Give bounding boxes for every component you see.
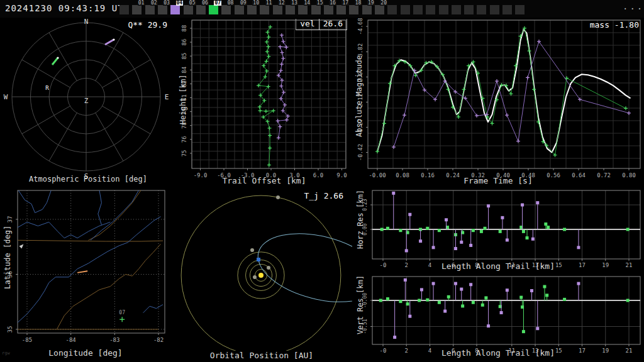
station-indicator-10[interactable]: 10 — [247, 5, 257, 14]
station-indicator[interactable] — [477, 5, 486, 14]
svg-text:W: W — [4, 93, 8, 101]
station-indicator-01[interactable]: 01 — [132, 5, 142, 14]
station-indicator[interactable] — [413, 5, 423, 14]
station-indicator-label: 01 — [138, 1, 145, 6]
station-indicator-13[interactable]: 13 — [286, 5, 295, 14]
orbital-title: Orbital Position [AU] — [171, 351, 352, 360]
orbital-plot — [171, 189, 352, 362]
trail-offset-plot: -9.0-6.0-3.00.03.06.09.08886858482817978… — [176, 18, 352, 189]
station-indicator-label: 04 — [176, 1, 184, 6]
station-indicator-09[interactable]: 09 — [235, 5, 244, 14]
station-indicator-label: 12 — [278, 1, 286, 6]
station-indicator-19[interactable]: 19 — [362, 5, 372, 14]
ground-map-plot: -85-84-83-8237363507 — [0, 189, 171, 362]
q-star-stat: Q**​ 29.9 — [128, 20, 167, 30]
meteor-dashboard: 20241230 09:43:19 UTC 010203040506070809… — [0, 0, 644, 362]
station-indicator-label: 19 — [367, 1, 375, 6]
station-indicator-label: 11 — [265, 1, 273, 6]
mass-stat: mass -1.80 — [590, 20, 639, 30]
station-indicator-label: 02 — [150, 1, 158, 6]
svg-text:-4.68: -4.68 — [357, 18, 364, 35]
svg-text:-83: -83 — [109, 337, 119, 343]
trail-ylabel: Height [km] — [179, 75, 187, 124]
station-indicator[interactable] — [464, 5, 474, 14]
top-status-bar: 20241230 09:43:19 UTC 010203040506070809… — [0, 0, 644, 18]
panel-orbital-position: T_j 2.66 Orbital Position [AU] — [171, 189, 352, 362]
station-indicator-08[interactable]: 08 — [221, 5, 231, 14]
panel-residuals: -024681113151719210.230.00-0246811131517… — [352, 189, 644, 362]
station-indicator-02[interactable]: 02 — [145, 5, 155, 14]
station-indicator-label: 18 — [355, 1, 362, 6]
magnitude-plot: -0.000.080.160.240.320.400.480.560.640.7… — [352, 18, 644, 189]
atmospheric-title: Atmospheric Position [deg] — [0, 175, 176, 184]
station-indicator-label: 14 — [304, 1, 311, 6]
vert-res-ylabel: Vert Res [km] — [356, 275, 365, 334]
panel-ground-map: -85-84-83-8237363507 Latitude [deg] Long… — [0, 189, 171, 362]
station-indicator-14[interactable]: 14 — [298, 5, 308, 14]
residuals-plots: -024681113151719210.230.00-0246811131517… — [352, 189, 644, 362]
station-indicator[interactable] — [426, 5, 435, 14]
tisserand-stat: T_j 2.66 — [304, 191, 343, 200]
magnitude-xlabel: Frame Time [s] — [352, 176, 644, 185]
svg-text:84: 84 — [181, 67, 187, 74]
station-indicator-label: 16 — [329, 1, 336, 6]
horz-res-xlabel: Length Along Trail [km] — [352, 261, 644, 271]
station-indicator-15[interactable]: 15 — [311, 5, 321, 14]
station-indicator-label: 03 — [163, 1, 170, 6]
station-indicator-05[interactable]: 05 — [184, 5, 193, 14]
station-indicator-label: 10 — [252, 1, 260, 6]
svg-text:88: 88 — [181, 25, 187, 32]
velocity-stat: vel26.6 — [296, 19, 347, 30]
station-indicator[interactable] — [452, 5, 461, 14]
svg-text:-0.42: -0.42 — [357, 144, 364, 161]
station-indicator[interactable] — [490, 5, 499, 14]
svg-text:85: 85 — [181, 53, 187, 60]
utc-timestamp: 20241230 09:43:19 UTC — [5, 3, 130, 13]
station-indicator-17[interactable]: 17 — [336, 5, 346, 14]
map-ylabel: Latitude [deg] — [3, 226, 12, 289]
station-indicator-label: 07 — [214, 1, 221, 6]
svg-text:Z: Z — [84, 97, 89, 105]
svg-text:-85: -85 — [22, 337, 32, 343]
svg-text:E: E — [165, 93, 169, 101]
trail-xlabel: Trail Offset [km] — [176, 176, 352, 185]
svg-text:-84: -84 — [66, 337, 76, 343]
station-indicator[interactable] — [502, 5, 512, 14]
station-indicator[interactable] — [515, 5, 525, 14]
station-indicator-label: 20 — [380, 1, 387, 6]
panel-light-curve: -0.000.080.160.240.320.400.480.560.640.7… — [352, 18, 644, 189]
panel-atmospheric-position: NSWEZR Q**​ 29.9 Atmospheric Position [d… — [0, 18, 176, 189]
station-indicator-20[interactable]: 20 — [375, 5, 384, 14]
station-indicator-label: 06 — [201, 1, 209, 6]
station-indicator-label: 05 — [189, 1, 196, 6]
station-indicator[interactable] — [387, 5, 397, 14]
station-indicator-16[interactable]: 16 — [324, 5, 333, 14]
station-indicator-label: 13 — [291, 1, 298, 6]
station-indicator-label: 17 — [341, 1, 349, 6]
station-indicator-07[interactable]: 07 — [209, 5, 218, 14]
station-indicator[interactable] — [119, 5, 129, 14]
svg-text:35: 35 — [7, 326, 13, 333]
station-indicator-04[interactable]: 04 — [170, 5, 180, 14]
panel-trail-offset: -9.0-6.0-3.00.03.06.09.08886858482817978… — [176, 18, 352, 189]
overflow-menu-button[interactable]: ... — [623, 1, 644, 11]
map-xlabel: Longitude [deg] — [0, 348, 171, 358]
station-indicator-11[interactable]: 11 — [260, 5, 269, 14]
station-indicator-18[interactable]: 18 — [349, 5, 358, 14]
station-indicator[interactable] — [401, 5, 410, 14]
station-indicator-label: 08 — [227, 1, 235, 6]
vert-res-xlabel: Length Along Trail [km] — [352, 348, 644, 358]
station-indicator-06[interactable]: 06 — [196, 5, 206, 14]
station-indicator-03[interactable]: 03 — [158, 5, 167, 14]
station-indicator-12[interactable]: 12 — [273, 5, 282, 14]
svg-text:86: 86 — [181, 39, 187, 46]
svg-text:37: 37 — [7, 216, 13, 223]
atmospheric-polar-plot: NSWEZR — [0, 18, 176, 189]
svg-text:N: N — [84, 18, 89, 26]
station-indicator[interactable] — [439, 5, 448, 14]
svg-text:76: 76 — [181, 136, 187, 143]
horz-res-ylabel: Horz Res [km] — [356, 190, 365, 249]
station-indicator-label: 09 — [240, 1, 247, 6]
svg-text:-82: -82 — [153, 337, 164, 343]
station-indicator-label: 15 — [316, 1, 324, 6]
